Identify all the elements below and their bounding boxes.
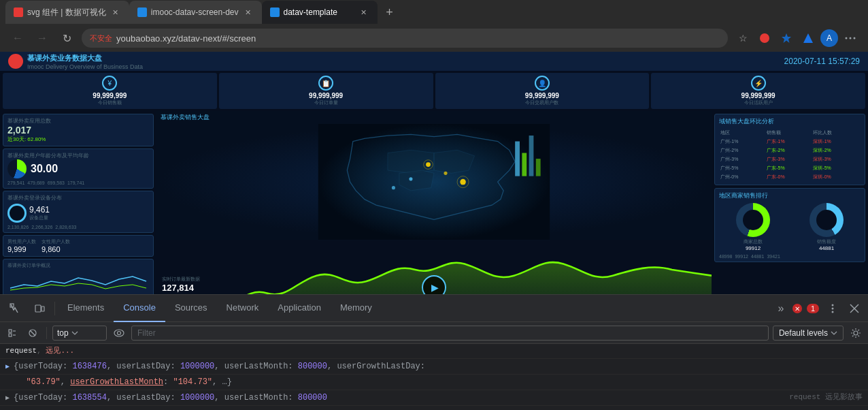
more-options-icon[interactable] xyxy=(841,29,860,48)
execute-icon xyxy=(7,328,17,338)
execute-button[interactable] xyxy=(4,325,20,341)
tab-console[interactable]: Console xyxy=(114,295,165,322)
console-arrow-2[interactable]: ▶ xyxy=(5,392,10,403)
tab-sources[interactable]: Sources xyxy=(165,295,217,322)
kpi-orders-icon: 📋 xyxy=(318,76,333,91)
console-arrow-1[interactable]: ▶ xyxy=(5,360,10,372)
svg-rect-16 xyxy=(536,159,541,176)
console-text-2: {userToday: 1638554, userLastDay: 100000… xyxy=(14,392,785,404)
tab-2-favicon xyxy=(137,7,147,17)
svg-point-0 xyxy=(760,33,769,43)
clear-console-button[interactable] xyxy=(24,325,41,341)
devtools-panel: Elements Console Sources Network Applica… xyxy=(0,294,868,410)
change-1: 深圳-1% xyxy=(812,138,861,146)
log-levels-selector[interactable]: Default levels xyxy=(773,326,844,341)
extension-icon-3[interactable] xyxy=(799,29,818,48)
sales-4: 广东-5% xyxy=(765,164,812,173)
svg-rect-13 xyxy=(515,142,520,176)
dashboard-body: 慕课外卖应用总数 2,017 近30天: 62.80% 慕课外卖用户年龄分布及平… xyxy=(0,111,868,294)
new-tab-button[interactable]: + xyxy=(380,3,399,22)
console-line-2: ▶ {userToday: 1638554, userLastDay: 1000… xyxy=(0,390,868,406)
dashboard-left-panel: 慕课外卖应用总数 2,017 近30天: 62.80% 慕课外卖用户年龄分布及平… xyxy=(0,111,156,294)
tab-application[interactable]: Application xyxy=(268,295,331,322)
gender-female-label: 女性用户人数 xyxy=(41,238,70,245)
play-button[interactable]: ▶ xyxy=(422,275,446,294)
kpi-row: ¥ 99,999,999 今日销售额 📋 99,999,999 今日订单量 👤 … xyxy=(0,71,868,111)
kpi-card-sales: ¥ 99,999,999 今日销售额 xyxy=(3,73,217,109)
profile-avatar[interactable]: A xyxy=(820,29,838,47)
tab-1[interactable]: svg 组件 | 数据可视化 ✕ xyxy=(5,1,129,24)
eye-button[interactable] xyxy=(111,325,127,341)
tab-1-favicon xyxy=(14,7,23,17)
svg-point-3 xyxy=(850,37,852,40)
chart-label: 实时订单最新数据 xyxy=(162,276,200,283)
tab-network[interactable]: Network xyxy=(217,295,269,322)
tab-3[interactable]: datav-template ✕ xyxy=(262,1,378,24)
filter-input[interactable]: Filter xyxy=(131,326,769,341)
devtools-close-button[interactable] xyxy=(844,298,865,319)
chart-growth: 12.78% xyxy=(162,293,200,294)
stat-devices-label: 慕课外卖登录设备分布 xyxy=(7,194,149,202)
svg-marker-1 xyxy=(803,33,813,43)
tab-2[interactable]: imooc-datav-screen-dev ✕ xyxy=(129,1,262,24)
age-stat-1: 279,541 xyxy=(7,180,24,185)
play-icon: ▶ xyxy=(431,282,439,293)
tab-memory[interactable]: Memory xyxy=(331,295,382,322)
kpi-sales-icon: ¥ xyxy=(102,76,117,91)
tab-2-close[interactable]: ✕ xyxy=(243,7,254,18)
donut-1-label: 商家总数 xyxy=(736,238,770,245)
svg-rect-27 xyxy=(9,330,12,332)
svg-point-22 xyxy=(832,304,834,306)
sales-2: 广东-2% xyxy=(765,146,812,155)
dashboard-subtitle: Imooc Delivery Overview of Business Data xyxy=(27,63,143,70)
device-toolbar-button[interactable] xyxy=(27,296,52,321)
kpi-users-label: 今日交易用户数 xyxy=(438,99,647,106)
region-2: 广州-2% xyxy=(719,146,765,155)
eye-icon xyxy=(114,329,124,337)
change-2: 深圳-2% xyxy=(812,146,861,155)
forward-button[interactable]: → xyxy=(33,29,52,48)
settings-button[interactable] xyxy=(848,325,864,341)
rank-stat-1: 48998 xyxy=(719,254,732,259)
console-line-0: request, 远见... xyxy=(0,344,868,359)
clear-icon xyxy=(28,328,37,338)
svg-point-23 xyxy=(832,307,834,309)
tab-elements[interactable]: Elements xyxy=(58,295,114,322)
device-num: 9,461 xyxy=(29,205,50,215)
filter-placeholder: Filter xyxy=(137,328,156,338)
donut-2-visual xyxy=(809,203,844,237)
rank-stat-3: 44881 xyxy=(751,254,764,259)
right-stat-rank: 地区商家销售排行 商家总数 99912 销售额度 44881 xyxy=(714,188,865,262)
console-text-1b: "63.79", userGrowthLastMonth: "104.73", … xyxy=(16,376,863,388)
right-title-2: 地区商家销售排行 xyxy=(719,191,861,200)
stat-avg-num: 30.00 xyxy=(31,163,58,175)
bookmark-icon[interactable]: ☆ xyxy=(733,29,752,48)
context-selector[interactable]: top xyxy=(52,326,107,341)
svg-point-8 xyxy=(409,177,412,180)
stat-total-apps: 慕课外卖应用总数 2,017 近30天: 62.80% xyxy=(3,114,154,146)
more-tabs-button[interactable]: » xyxy=(770,298,792,319)
rank-stat-4: 39421 xyxy=(767,254,780,259)
extension-icon-1[interactable] xyxy=(755,29,774,48)
back-button[interactable]: ← xyxy=(8,29,27,48)
donut-2-label: 销售额度 xyxy=(809,238,844,245)
chart-num: 127,814 xyxy=(162,283,200,293)
gender-male-label: 男性用户人数 xyxy=(7,238,36,245)
device-label: 设备总量 xyxy=(29,215,50,221)
svg-rect-29 xyxy=(9,334,12,336)
svg-rect-19 xyxy=(41,306,44,311)
extension-icon-2[interactable] xyxy=(777,29,796,48)
error-icon: ✕ xyxy=(792,303,803,314)
devtools-menu-button[interactable] xyxy=(822,298,844,319)
stat-avg-label: 慕课外卖用户年龄分布及平均年龄 xyxy=(7,152,149,159)
address-bar: ← → ↻ 不安全 youbaobao.xyz/datav-next/#/scr… xyxy=(0,25,868,52)
url-bar[interactable]: 不安全 youbaobao.xyz/datav-next/#/screen xyxy=(82,29,728,48)
inspect-element-button[interactable] xyxy=(3,296,27,321)
tab-1-close[interactable]: ✕ xyxy=(110,7,121,18)
tab-3-close[interactable]: ✕ xyxy=(358,7,369,18)
gender-male-num: 9,999 xyxy=(7,245,36,253)
gear-icon xyxy=(850,328,861,338)
reload-button[interactable]: ↻ xyxy=(57,29,76,48)
link-text[interactable]: userGrowthLastMonth xyxy=(70,377,163,387)
donut-chart-1: 商家总数 99912 xyxy=(736,203,770,251)
